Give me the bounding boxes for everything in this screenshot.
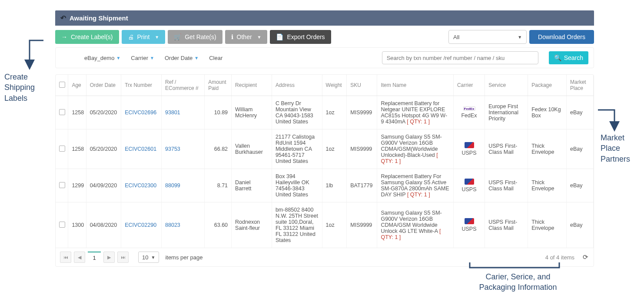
arrow-icon <box>26 37 65 72</box>
cell-address: Box 394 Haileyville OK 74546-3843 United… <box>272 169 322 202</box>
col-service[interactable]: Service <box>485 75 528 96</box>
cart-icon: 🛒 <box>174 33 181 40</box>
col-item[interactable]: Item Name <box>377 75 453 96</box>
cell-sku: MIS9999 <box>347 129 377 169</box>
cell-package: Thick Envelope <box>528 202 567 248</box>
cell-trx[interactable]: ECIVC02696 <box>121 96 162 129</box>
search-button[interactable]: 🔍 Search <box>549 51 588 64</box>
pager-first[interactable]: ⏮ <box>60 252 71 263</box>
cell-ref[interactable]: 93801 <box>162 96 205 129</box>
col-sku[interactable]: SKU <box>347 75 377 96</box>
toolbar: → Create Label(s) 🖨 Print ▼ 🛒 Get Rate(s… <box>55 26 594 46</box>
cell-trx[interactable]: ECIVC02601 <box>121 129 162 169</box>
filter-carrier[interactable]: Carrier ▼ <box>131 55 154 61</box>
export-orders-button[interactable]: 📄 Export Orders <box>270 30 331 44</box>
filter-all-select[interactable]: All ▼ <box>448 30 527 44</box>
print-button[interactable]: 🖨 Print ▼ <box>122 30 166 44</box>
cell-recipient: Daniel Barrett <box>232 169 272 202</box>
get-rates-label: Get Rate(s) <box>185 33 216 40</box>
get-rates-button[interactable]: 🛒 Get Rate(s) <box>168 30 222 44</box>
per-page-select[interactable]: 10 ▼ <box>138 252 159 263</box>
col-recipient[interactable]: Recipient <box>232 75 272 96</box>
col-weight[interactable]: Weight <box>322 75 347 96</box>
table-row[interactable]: 125805/20/2020ECIVC026969380110.89Willia… <box>56 96 594 129</box>
usps-icon <box>465 179 474 185</box>
cell-age: 1258 <box>68 129 86 169</box>
pager-page[interactable]: 1 <box>88 252 101 263</box>
cell-market: eBay <box>566 129 593 169</box>
refresh-icon[interactable]: ⟳ <box>583 253 588 261</box>
search-button-label: Search <box>564 54 583 61</box>
col-package[interactable]: Package <box>528 75 567 96</box>
table-row[interactable]: 130004/08/2020ECIVC022908802363.60Rodnex… <box>56 202 594 248</box>
usps-icon <box>465 142 474 148</box>
table-row[interactable]: 129904/09/2020ECIVC02300880998.71Daniel … <box>56 169 594 202</box>
table-row[interactable]: 125805/20/2020ECIVC026019375366.82Vallen… <box>56 129 594 169</box>
cell-package: Thick Envelope <box>528 169 567 202</box>
cell-carrier: USPS <box>453 169 485 202</box>
filter-store[interactable]: eBay_demo ▼ <box>84 55 120 61</box>
caret-down-icon: ▼ <box>518 35 522 40</box>
filter-all-label: All <box>453 34 459 40</box>
cell-carrier: USPS <box>453 129 485 169</box>
cell-market: eBay <box>566 202 593 248</box>
caret-down-icon: ▼ <box>116 56 120 60</box>
per-page-label: items per page <box>165 254 202 261</box>
filter-clear-label: Clear <box>209 55 222 61</box>
cell-ref[interactable]: 93753 <box>162 129 205 169</box>
col-order-date[interactable]: Order Date <box>86 75 121 96</box>
pager-prev[interactable]: ◀ <box>74 252 85 263</box>
col-address[interactable]: Address <box>272 75 322 96</box>
cell-sku: MIS9999 <box>347 202 377 248</box>
cell-weight: 1oz <box>322 129 347 169</box>
search-input[interactable] <box>382 51 538 64</box>
col-amount[interactable]: Amount Paid <box>205 75 232 96</box>
caret-down-icon: ▼ <box>151 255 155 260</box>
table-header-row: Age Order Date Trx Number Ref / ECommerc… <box>56 75 594 96</box>
other-button[interactable]: ℹ Other ▼ <box>225 30 268 44</box>
cell-market: eBay <box>566 169 593 202</box>
filter-clear[interactable]: Clear <box>209 55 222 61</box>
row-checkbox[interactable] <box>59 109 65 115</box>
col-ref[interactable]: Ref / ECommerce # <box>162 75 205 96</box>
pager-next[interactable]: ▶ <box>103 252 115 263</box>
qty-badge: [ QTY: 1 ] <box>381 228 441 240</box>
cell-amount: 10.89 <box>205 96 232 129</box>
row-checkbox[interactable] <box>59 222 65 228</box>
filter-orderdate[interactable]: Order Date ▼ <box>165 55 199 61</box>
printer-icon: 🖨 <box>128 33 134 40</box>
export-label: Export Orders <box>287 33 325 40</box>
fedex-icon: FedEx <box>463 106 475 111</box>
cell-item: Replacement Battery for Netgear UNITE EX… <box>377 96 453 129</box>
filters-row: eBay_demo ▼ Carrier ▼ Order Date ▼ Clear… <box>55 47 594 68</box>
pager-last[interactable]: ⏭ <box>117 252 129 263</box>
download-orders-button[interactable]: Download Orders <box>529 30 594 44</box>
col-market[interactable]: Market Place <box>566 75 593 96</box>
cell-sku: BAT1779 <box>347 169 377 202</box>
col-age[interactable]: Age <box>68 75 86 96</box>
print-label: Print <box>137 33 150 40</box>
cell-carrier: FedExFedEx <box>453 96 485 129</box>
cell-ref[interactable]: 88023 <box>162 202 205 248</box>
cell-address: bm-88502 8400 N.W. 25TH Street suite 100… <box>272 202 322 248</box>
col-trx[interactable]: Trx Number <box>121 75 162 96</box>
per-page-value: 10 <box>142 254 148 261</box>
row-checkbox[interactable] <box>59 182 65 188</box>
cell-ref[interactable]: 88099 <box>162 169 205 202</box>
download-orders-label: Download Orders <box>538 33 585 40</box>
cell-age: 1300 <box>68 202 86 248</box>
file-icon: 📄 <box>276 33 283 40</box>
cell-order-date: 05/20/2020 <box>86 129 121 169</box>
cell-weight: 1oz <box>322 202 347 248</box>
undo-icon[interactable]: ↶ <box>60 14 66 22</box>
col-carrier[interactable]: Carrier <box>453 75 485 96</box>
header-checkbox[interactable] <box>56 75 68 96</box>
cell-item: Samsung Galaxy S5 SM-G900V Verizon 16GB … <box>377 202 453 248</box>
usps-icon <box>465 218 474 224</box>
cell-trx[interactable]: ECIVC02290 <box>121 202 162 248</box>
cell-trx[interactable]: ECIVC02300 <box>121 169 162 202</box>
cell-address: C Berry Dr Mountain View CA 94043-1583 U… <box>272 96 322 129</box>
cell-package: Fedex 10Kg Box <box>528 96 567 129</box>
row-checkbox[interactable] <box>59 146 65 152</box>
cell-carrier: USPS <box>453 202 485 248</box>
